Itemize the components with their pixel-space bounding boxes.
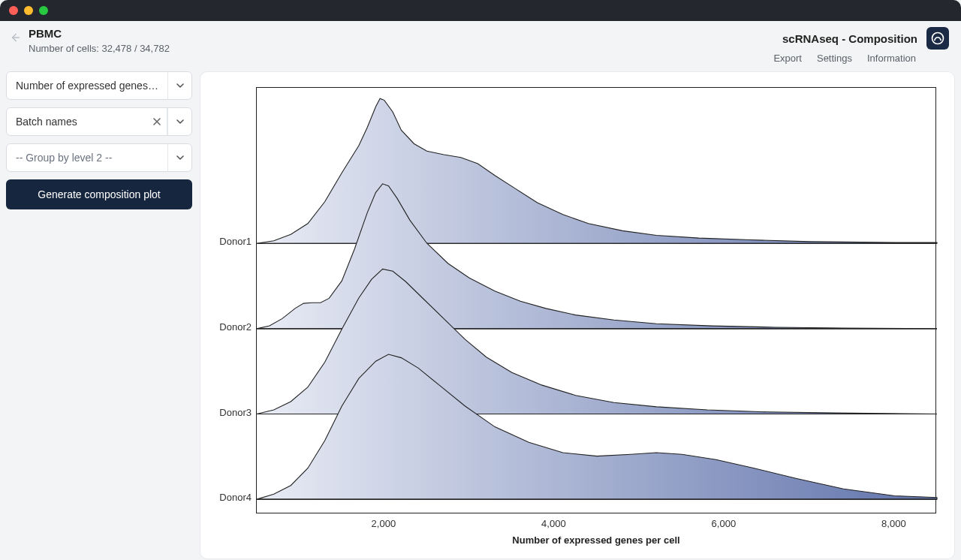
xtick: 6,000	[712, 518, 737, 529]
nav-information[interactable]: Information	[867, 53, 916, 64]
ridge-label-Donor4: Donor4	[206, 492, 252, 503]
generate-plot-button[interactable]: Generate composition plot	[6, 179, 192, 209]
close-window-button[interactable]	[9, 6, 18, 15]
project-title: PBMC	[29, 27, 170, 40]
body: Number of expressed genes… Batch names -…	[0, 71, 961, 560]
group2-select[interactable]: -- Group by level 2 --	[6, 143, 192, 172]
plot-frame	[256, 87, 936, 513]
chevron-down-icon	[176, 81, 185, 90]
x-axis-label: Number of expressed genes per cell	[512, 534, 679, 546]
xtick: 8,000	[881, 518, 906, 529]
arrow-left-icon	[9, 32, 21, 44]
group1-select[interactable]: Batch names	[6, 107, 192, 136]
group1-clear-button[interactable]	[146, 108, 167, 135]
back-button[interactable]	[8, 30, 23, 45]
app-title: scRNAseq - Composition	[782, 32, 917, 45]
close-icon	[152, 117, 161, 126]
group1-select-value: Batch names	[7, 116, 146, 128]
nav-links: Export Settings Information	[773, 53, 949, 64]
zoom-window-button[interactable]	[39, 6, 48, 15]
nav-export[interactable]: Export	[773, 53, 802, 64]
density-Donor4	[257, 88, 937, 514]
nav-settings[interactable]: Settings	[817, 53, 852, 64]
header: PBMC Number of cells: 32,478 / 34,782 sc…	[0, 21, 961, 71]
main-panel: Donor1Donor2Donor3Donor42,0004,0006,0008…	[200, 71, 955, 559]
xtick: 2,000	[372, 518, 396, 529]
xtick: 4,000	[541, 518, 566, 529]
metric-select-caret[interactable]	[167, 72, 191, 99]
group2-select-caret[interactable]	[167, 144, 191, 171]
ridge-label-Donor2: Donor2	[206, 321, 252, 333]
ridge-label-Donor1: Donor1	[206, 236, 252, 247]
header-right: scRNAseq - Composition Export Settings I…	[773, 27, 949, 64]
app-logo-icon	[930, 31, 945, 46]
metric-select[interactable]: Number of expressed genes…	[6, 71, 192, 100]
svg-point-0	[932, 33, 944, 44]
header-left: PBMC Number of cells: 32,478 / 34,782	[8, 27, 170, 54]
titlebar	[0, 0, 961, 21]
ridge-label-Donor3: Donor3	[206, 407, 252, 418]
app-logo	[926, 27, 949, 50]
metric-select-value: Number of expressed genes…	[7, 80, 167, 92]
chevron-down-icon	[176, 117, 185, 126]
minimize-window-button[interactable]	[24, 6, 33, 15]
chevron-down-icon	[176, 153, 185, 162]
group2-select-placeholder: -- Group by level 2 --	[7, 152, 167, 164]
cell-count-label: Number of cells: 32,478 / 34,782	[29, 43, 170, 54]
group1-select-caret[interactable]	[167, 108, 191, 135]
app-window: PBMC Number of cells: 32,478 / 34,782 sc…	[0, 0, 961, 560]
sidebar: Number of expressed genes… Batch names -…	[6, 71, 192, 559]
